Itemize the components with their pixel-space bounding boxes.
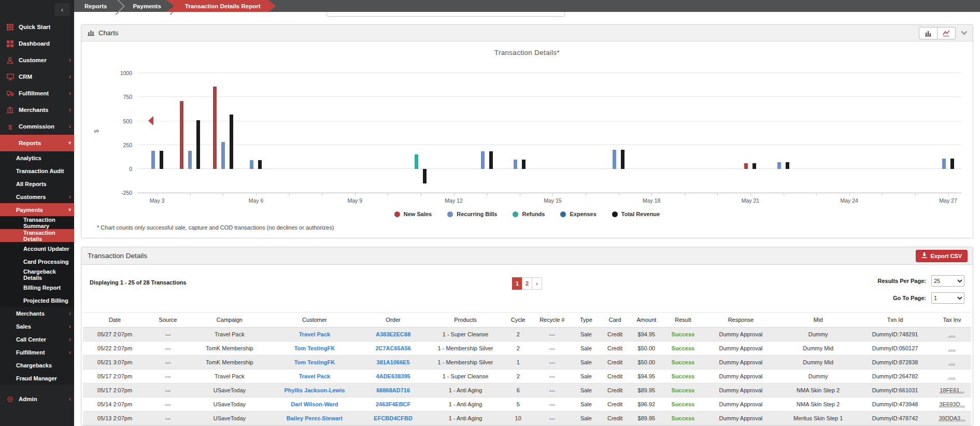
chart-bar-total-revenue[interactable]: [489, 151, 493, 169]
legend-item-new-sales[interactable]: New Sales: [394, 211, 432, 217]
legend-item-total-revenue[interactable]: Total Revenue: [612, 211, 660, 217]
chart-bar-total-revenue[interactable]: [950, 159, 954, 169]
cell-customer[interactable]: Travel Pack: [270, 370, 359, 384]
transactions-panel: Transaction Details Export CSV Displayin…: [81, 247, 973, 426]
cell-customer[interactable]: Darl Wilson-Ward: [270, 397, 359, 411]
cell-customer[interactable]: Tom TestingFK: [270, 342, 359, 356]
sidebar-item-quick-start[interactable]: Quick Start: [0, 19, 74, 35]
chart-bar-recurring-bills[interactable]: [514, 160, 517, 169]
sidebar-item-chargebacks[interactable]: Chargebacks: [0, 359, 74, 372]
breadcrumb-item-reports[interactable]: Reports: [74, 0, 112, 12]
cell-order[interactable]: 2463F4EBCF: [359, 397, 427, 411]
bar-chart-view-button[interactable]: [919, 27, 938, 39]
sidebar-item-chargeback-details[interactable]: Chargeback Details: [0, 268, 74, 281]
sidebar-item-reports[interactable]: Reports▾: [0, 135, 74, 151]
cell-tax-inv[interactable]: ....: [933, 370, 971, 384]
cell-order[interactable]: A383E2EC88: [359, 328, 427, 342]
chart-bar-total-revenue[interactable]: [258, 160, 262, 169]
next-page-button[interactable]: ›: [532, 277, 542, 290]
chart-bar-recurring-bills[interactable]: [250, 160, 253, 169]
legend-item-expenses[interactable]: Expenses: [560, 211, 596, 217]
cell-customer[interactable]: Travel Pack: [270, 328, 359, 342]
sidebar-collapse-button[interactable]: ‹: [54, 3, 70, 16]
go-to-page-select[interactable]: 1: [931, 292, 964, 304]
cell-order[interactable]: 4ADE638395: [359, 370, 427, 384]
cell-tax-inv[interactable]: 3E693D...: [933, 397, 971, 411]
chart-bar-new-sales[interactable]: [744, 163, 748, 169]
chart-bar-recurring-bills[interactable]: [481, 151, 485, 169]
chart-bar-new-sales[interactable]: [213, 87, 217, 169]
main-content: ReportsPaymentsTransaction Details Repor…: [74, 0, 980, 426]
chart-bar-total-revenue[interactable]: [752, 163, 756, 169]
sidebar-item-card-processing[interactable]: Card Processing: [0, 255, 74, 268]
sidebar-item-payments[interactable]: Payments▾: [0, 203, 74, 216]
sidebar-item-dashboard[interactable]: Dashboard: [0, 35, 74, 52]
line-chart-view-button[interactable]: [937, 27, 956, 39]
sidebar-item-merchants[interactable]: Merchants‹: [0, 102, 74, 118]
sidebar-item-merchants[interactable]: Merchants‹: [0, 307, 74, 320]
cell-customer[interactable]: Tom TestingFK: [270, 356, 359, 370]
chart-area: $ 10007505002500-250 May 3May 6May 9May …: [137, 63, 961, 193]
cell-tax-inv[interactable]: ....: [933, 342, 971, 356]
cell-tax-inv[interactable]: ....: [933, 356, 971, 370]
sidebar-item-transaction-details[interactable]: Transaction Details: [0, 229, 74, 242]
breadcrumb-item-transaction-details-report[interactable]: Transaction Details Report: [166, 0, 276, 12]
cell-type: Sale: [572, 411, 601, 425]
chart-bar-total-revenue[interactable]: [522, 160, 525, 169]
chart-bar-recurring-bills[interactable]: [151, 151, 155, 169]
sidebar-item-fraud-manager[interactable]: Fraud Manager: [0, 372, 74, 385]
sidebar-item-analytics[interactable]: Analytics: [0, 151, 74, 164]
legend-dot-icon: [560, 211, 566, 217]
cell-response: Dummy Approval: [703, 328, 779, 342]
cell-order[interactable]: EFCBD4CFBD: [359, 411, 427, 425]
results-per-page-select[interactable]: 25: [931, 275, 964, 287]
legend-item-recurring-bills[interactable]: Recurring Bills: [447, 211, 497, 217]
sidebar-item-account-updater[interactable]: Account Updater: [0, 242, 74, 255]
cell-tax-inv[interactable]: 18FE61...: [933, 384, 971, 397]
cell-tax-inv[interactable]: ....: [933, 328, 971, 342]
chart-bar-total-revenue[interactable]: [786, 162, 789, 169]
panel-collapse-chevron-icon[interactable]: [961, 31, 968, 35]
chart-bar-new-sales[interactable]: [180, 101, 183, 169]
sidebar-item-customers[interactable]: Customers‹: [0, 190, 74, 203]
sidebar-item-label: Transaction Summary: [23, 217, 74, 229]
sidebar-item-all-reports[interactable]: All Reports: [0, 177, 74, 190]
chart-bar-refunds[interactable]: [415, 154, 418, 169]
sidebar-item-admin[interactable]: Admin‹: [0, 391, 74, 407]
sidebar-item-sales[interactable]: Sales‹: [0, 320, 74, 333]
chart-bar-total-revenue[interactable]: [196, 120, 200, 169]
chart-bar-recurring-bills[interactable]: [777, 162, 781, 169]
sidebar-item-projected-billing[interactable]: Projected Billing: [0, 294, 74, 307]
transactions-panel-title: Transaction Details: [88, 252, 147, 260]
page-button-1[interactable]: 1: [512, 277, 522, 290]
chart-bar-total-revenue[interactable]: [160, 151, 163, 169]
sidebar-item-crm[interactable]: CRM‹: [0, 68, 74, 85]
breadcrumb-item-payments[interactable]: Payments: [122, 0, 166, 12]
cell-order[interactable]: 68868AD716: [359, 384, 427, 397]
chart-bar-recurring-bills[interactable]: [188, 151, 192, 169]
cell-tax-inv[interactable]: 39DDA3...: [933, 411, 971, 425]
cell-order[interactable]: 2C7AC65A56: [359, 342, 427, 356]
chart-bar-total-revenue[interactable]: [230, 115, 233, 169]
cell-txn-id: DummyID:661031: [857, 384, 933, 397]
export-csv-button[interactable]: Export CSV: [916, 250, 968, 262]
sidebar-item-fulfillment[interactable]: Fulfillment‹: [0, 346, 74, 359]
legend-item-refunds[interactable]: Refunds: [513, 211, 545, 217]
page-button-2[interactable]: 2: [522, 277, 532, 290]
sidebar-item-transaction-audit[interactable]: Transaction Audit: [0, 164, 74, 177]
sidebar-item-billing-report[interactable]: Billing Report: [0, 281, 74, 294]
chart-bar-recurring-bills[interactable]: [221, 142, 225, 169]
cell-customer[interactable]: Phyllis Jackson-Lewis: [270, 384, 359, 397]
cell-order[interactable]: 381A1066E5: [359, 356, 427, 370]
chart-bar-recurring-bills[interactable]: [613, 150, 616, 169]
chart-bar-total-revenue[interactable]: [423, 169, 427, 183]
sidebar-item-customer[interactable]: Customer‹: [0, 52, 74, 68]
cell-customer[interactable]: Bailey Perez-Stewart: [270, 411, 359, 425]
chart-xtick: [520, 193, 520, 196]
chart-bar-total-revenue[interactable]: [621, 150, 624, 169]
chart-bar-recurring-bills[interactable]: [942, 159, 946, 169]
sidebar-item-call-center[interactable]: Call Center‹: [0, 333, 74, 346]
sidebar-item-fulfillment[interactable]: Fulfillment‹: [0, 85, 74, 102]
sidebar-item-commission[interactable]: $Commission‹: [0, 118, 74, 135]
sidebar-item-transaction-summary[interactable]: Transaction Summary: [0, 216, 74, 229]
